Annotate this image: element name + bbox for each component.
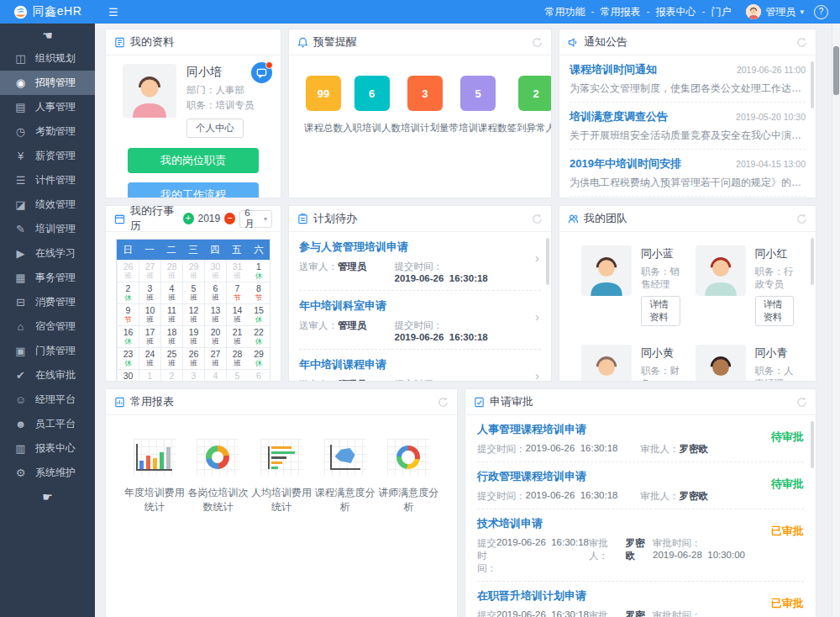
sidebar-item[interactable]: ✔ 在线审批 <box>0 363 95 388</box>
refresh-icon[interactable] <box>796 214 807 224</box>
calendar-day-cell[interactable]: 26 班 <box>182 347 204 369</box>
refresh-icon[interactable] <box>796 37 807 48</box>
calendar-day-cell[interactable]: 22 休 <box>248 325 270 347</box>
sidebar-item[interactable]: ◷ 考勤管理 <box>0 119 95 144</box>
calendar-day-cell[interactable]: 31 班 <box>226 260 248 282</box>
calendar-day-cell[interactable]: 21 班 <box>226 325 248 347</box>
calendar-day-cell[interactable]: 13 班 <box>204 303 226 325</box>
sidebar-item[interactable]: ▣ 门禁管理 <box>0 339 95 363</box>
calendar-day-cell[interactable]: 28 班 <box>160 260 182 282</box>
calendar-day-cell[interactable]: 18 班 <box>160 325 182 347</box>
alert-tile[interactable]: 3 培训计划量 <box>401 76 449 134</box>
refresh-icon[interactable] <box>532 37 543 48</box>
calendar-day-cell[interactable]: 7 节 <box>226 282 248 303</box>
sidebar-item[interactable]: ◪ 绩效管理 <box>0 192 95 217</box>
calendar-day-cell[interactable]: 8 节 <box>248 282 270 303</box>
alert-tile[interactable]: 99 课程总数 <box>304 76 343 134</box>
calendar-day-cell[interactable]: 3 班 <box>182 369 204 382</box>
approval-item[interactable]: 人事管理课程培训申请 提交时间： 2019-06-26 16:30:18 审批人… <box>477 415 804 462</box>
sidebar-item[interactable]: ◉ 招聘管理 <box>0 71 95 95</box>
sidebar-item[interactable]: ⌂ 宿舍管理 <box>0 314 95 339</box>
notice-item[interactable]: 参加年中培训人员通知 2019-02-21 11:00 要进一步加强供用电合同管… <box>570 197 806 198</box>
calendar-day-cell[interactable]: 30 班 <box>204 260 226 282</box>
sidebar-item[interactable]: ☰ 计件管理 <box>0 168 95 192</box>
report-shortcut[interactable]: 讲师满意度分析 <box>376 439 440 514</box>
calendar-day-cell[interactable]: 11 班 <box>160 303 182 325</box>
calendar-day-cell[interactable]: 25 班 <box>160 347 182 369</box>
card-scrollbar[interactable] <box>811 61 814 108</box>
message-icon[interactable] <box>251 62 272 83</box>
topbar-nav-link[interactable]: 常用报表 <box>596 5 643 19</box>
calendar-day-cell[interactable]: 5 班 <box>226 369 248 382</box>
calendar-day-cell[interactable]: 23 休 <box>117 347 139 369</box>
approval-item[interactable]: 技术培训申请 提交时间： 2019-06-26 16:30:18 审批人： 罗密… <box>477 509 804 582</box>
refresh-icon[interactable] <box>438 397 449 408</box>
calendar-day-cell[interactable]: 4 班 <box>204 369 226 382</box>
card-scrollbar[interactable] <box>811 238 814 285</box>
notice-item[interactable]: 培训满意度调查公告 2019-05-20 10:30 关于开展班组安全活动质量竞… <box>570 103 806 150</box>
sidebar-item[interactable]: ⊟ 消费管理 <box>0 290 95 314</box>
calendar-day-cell[interactable]: 6 班 <box>204 282 226 303</box>
calendar-day-cell[interactable]: 4 班 <box>160 282 182 303</box>
calendar-day-cell[interactable]: 10 班 <box>139 303 160 325</box>
user-menu[interactable]: 管理员 ▾ <box>746 4 804 19</box>
todo-title[interactable]: 年中培训课程申请 <box>299 357 522 372</box>
topbar-nav-link[interactable]: 门户 <box>707 5 734 19</box>
topbar-nav-link[interactable]: 常用功能 <box>541 5 588 19</box>
alert-tile[interactable]: 2 签到异常人数 <box>507 76 553 134</box>
calendar-day-cell[interactable]: 24 班 <box>139 347 160 369</box>
todo-title[interactable]: 参与人资管理培训申请 <box>299 240 522 255</box>
approval-item[interactable]: 在职晋升培训计划申请 提交时间： 2019-06-26 16:30:18 审批人… <box>477 582 804 617</box>
report-shortcut[interactable]: 年度培训费用统计 <box>123 439 186 514</box>
calendar-day-cell[interactable]: 17 班 <box>139 325 160 347</box>
my-duties-button[interactable]: 我的岗位职责 <box>128 148 259 173</box>
approval-item[interactable]: 行政管理课程培训申请 提交时间： 2019-06-26 16:30:18 审批人… <box>477 462 804 509</box>
personal-center-button[interactable]: 个人中心 <box>186 119 244 138</box>
calendar-day-cell[interactable]: 6 休 <box>248 369 270 382</box>
report-shortcut[interactable]: 课程满意度分析 <box>313 439 377 514</box>
report-shortcut[interactable]: 人均培训费用统计 <box>249 439 313 514</box>
alert-tile[interactable]: 6 入职培训人数 <box>343 76 401 134</box>
sidebar-item[interactable]: ☺ 经理平台 <box>0 388 95 412</box>
sidebar-item[interactable]: ▤ 人事管理 <box>0 95 95 119</box>
notice-title[interactable]: 培训满意度调查公告 <box>570 109 668 124</box>
app-logo[interactable]: 同鑫eHR <box>0 4 95 19</box>
sidebar-item[interactable]: ¥ 薪资管理 <box>0 144 95 168</box>
approval-title[interactable]: 技术培训申请 <box>477 516 745 531</box>
calendar-day-cell[interactable]: 29 休 <box>248 347 270 369</box>
calendar-day-cell[interactable]: 29 班 <box>182 260 204 282</box>
calendar-day-cell[interactable]: 20 班 <box>204 325 226 347</box>
todo-title[interactable]: 年中培训科室申请 <box>299 298 522 314</box>
calendar-day-cell[interactable]: 9 节 <box>117 303 139 325</box>
report-shortcut[interactable]: 各岗位培训次数统计 <box>186 439 250 514</box>
todo-item[interactable]: 年中培训课程申请 送审人： 管理员 提交时间： 2019-06-26 16:30… <box>299 350 541 382</box>
calendar-day-cell[interactable]: 1 休 <box>248 260 270 282</box>
notice-item[interactable]: 2019年中培训时间安排 2019-04-15 13:00 为供电工程税费纳入预… <box>570 150 806 197</box>
calendar-day-cell[interactable]: 16 休 <box>117 325 139 347</box>
calendar-day-cell[interactable]: 14 班 <box>226 303 248 325</box>
page-scrollbar-thumb[interactable] <box>833 46 839 95</box>
calendar-day-cell[interactable]: 5 班 <box>182 282 204 303</box>
approval-title[interactable]: 行政管理课程培训申请 <box>477 469 745 484</box>
member-detail-button[interactable]: 详情资料 <box>755 296 795 326</box>
calendar-day-cell[interactable]: 15 休 <box>248 303 270 325</box>
card-scrollbar[interactable] <box>546 238 549 285</box>
sidebar-item[interactable]: ▶ 在线学习 <box>0 241 95 266</box>
calendar-day-cell[interactable]: 27 班 <box>139 260 160 282</box>
calendar-day-cell[interactable]: 19 班 <box>182 325 204 347</box>
my-workflow-button[interactable]: 我的工作流程 <box>128 182 259 198</box>
approval-title[interactable]: 人事管理课程培训申请 <box>477 422 745 437</box>
sidebar-item[interactable]: ◫ 组织规划 <box>0 46 95 71</box>
member-detail-button[interactable]: 详情资料 <box>641 296 680 326</box>
sidebar-item[interactable]: ▦ 事务管理 <box>0 266 95 290</box>
alert-tile[interactable]: 5 带培训课程数 <box>449 76 507 134</box>
calendar-day-cell[interactable]: 26 班 <box>117 260 139 282</box>
year-increase-button[interactable]: + <box>183 213 194 224</box>
approval-title[interactable]: 在职晋升培训计划申请 <box>477 588 745 604</box>
refresh-icon[interactable] <box>796 397 807 408</box>
todo-item[interactable]: 年中培训科室申请 送审人： 管理员 提交时间： 2019-06-26 16:30… <box>299 291 541 350</box>
calendar-day-cell[interactable]: 27 班 <box>204 347 226 369</box>
sidebar-item[interactable]: ⚙ 系统维护 <box>0 461 95 485</box>
calendar-day-cell[interactable]: 12 班 <box>182 303 204 325</box>
calendar-day-cell[interactable]: 2 休 <box>117 282 139 303</box>
